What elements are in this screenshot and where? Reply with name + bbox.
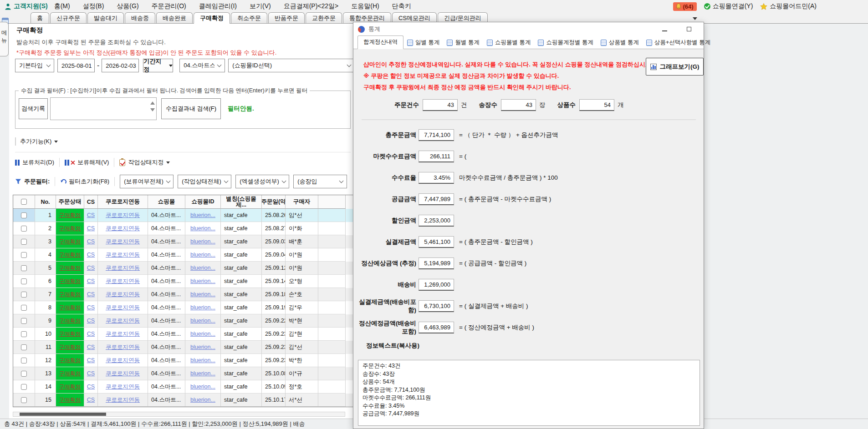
mall-id-link[interactable]: bluerion... — [185, 262, 221, 275]
cs-link[interactable]: CS — [84, 367, 98, 380]
table-header-cell[interactable]: 별칭(쇼핑몰제... — [221, 195, 262, 209]
cs-link[interactable]: CS — [84, 235, 98, 248]
order-filter-select[interactable]: (송장입 — [293, 175, 347, 188]
menu-item[interactable]: 보기(V) — [243, 2, 277, 10]
logistics-sync-link[interactable]: 쿠로로지연동 — [98, 301, 148, 314]
order-status-link[interactable]: 구매확정 — [56, 222, 84, 235]
row-checkbox[interactable] — [21, 252, 27, 258]
order-status-link[interactable]: 구매확정 — [56, 288, 84, 301]
table-row[interactable]: 6구매확정CS쿠로로지연동04.스마트...bluerion...star_ca… — [13, 275, 372, 288]
tab-배송완료[interactable]: 배송완료 — [156, 12, 193, 23]
order-status-link[interactable]: 구매확정 — [56, 275, 84, 288]
header-select-all[interactable] — [13, 195, 35, 209]
mall-account-select[interactable]: (쇼핑몰ID선택) — [228, 59, 355, 72]
logistics-sync-link[interactable]: 쿠로로지연동 — [106, 238, 140, 246]
mall-id-link[interactable]: bluerion... — [190, 397, 215, 403]
spin-down-icon[interactable] — [150, 108, 155, 111]
table-row[interactable]: 13구매확정CS쿠로로지연동04.스마트...bluerion...star_c… — [13, 367, 372, 380]
info-copy-textarea[interactable]: 주문건수: 43건 송장수: 43장 상품수: 54개 총주문금액: 7,714… — [358, 360, 700, 426]
table-row[interactable]: 5구매확정CS쿠로로지연동04.스마트...bluerion...star_ca… — [13, 262, 372, 275]
tab-취소주문[interactable]: 취소주문 — [231, 12, 267, 23]
tab-dropdown-icon[interactable] — [693, 17, 697, 20]
order-status-link[interactable]: 구매확정 — [56, 341, 84, 354]
logistics-sync-link[interactable]: 쿠로로지연동 — [106, 251, 140, 259]
scrollbar-thumb[interactable] — [20, 413, 106, 416]
search-input[interactable] — [51, 99, 148, 119]
maximize-button[interactable] — [682, 25, 696, 33]
tab-신규주문[interactable]: 신규주문 — [50, 12, 87, 23]
row-checkbox[interactable] — [21, 397, 27, 403]
date-from-select[interactable]: 2025-08-01 — [57, 59, 95, 72]
unhold-button[interactable]: 보류해제(V) — [65, 158, 109, 167]
tab-홈[interactable]: 홈 — [31, 12, 49, 23]
cs-link[interactable]: CS — [84, 275, 98, 288]
dialog-titlebar[interactable]: 통계 — [353, 22, 704, 36]
cs-link[interactable]: CS — [87, 291, 95, 298]
order-status-link[interactable]: 구매확정 — [59, 264, 81, 272]
table-header-cell[interactable]: No. — [35, 195, 56, 209]
logistics-sync-link[interactable]: 쿠로로지연동 — [98, 275, 148, 288]
logistics-sync-link[interactable]: 쿠로로지연동 — [106, 370, 140, 378]
menu-item[interactable]: 설정(B) — [77, 2, 111, 10]
logistics-sync-link[interactable]: 쿠로로지연동 — [106, 264, 140, 272]
mall-id-link[interactable]: bluerion... — [190, 212, 215, 218]
mall-id-link[interactable]: bluerion... — [185, 235, 221, 248]
mall-id-link[interactable]: bluerion... — [185, 248, 221, 262]
notification-badge[interactable]: (64) — [673, 2, 697, 11]
mall-id-link[interactable]: bluerion... — [190, 370, 215, 377]
cs-link[interactable]: CS — [84, 341, 98, 354]
menu-item[interactable]: 클레임관리(I) — [193, 2, 243, 10]
logistics-sync-link[interactable]: 쿠로로지연동 — [98, 328, 148, 341]
logistics-sync-link[interactable]: 쿠로로지연동 — [106, 291, 140, 298]
logistics-sync-link[interactable]: 쿠로로지연동 — [106, 304, 140, 312]
order-status-link[interactable]: 구매확정 — [56, 394, 84, 407]
mall-id-link[interactable]: bluerion... — [190, 238, 215, 245]
cs-link[interactable]: CS — [87, 225, 95, 232]
cs-link[interactable]: CS — [87, 212, 95, 218]
more-functions-button[interactable]: 추가기능(K) — [20, 137, 51, 146]
mall-id-link[interactable]: bluerion... — [185, 354, 221, 367]
dialog-tab-7[interactable]: 상품+선택사항별 통계 — [643, 36, 714, 49]
logistics-sync-link[interactable]: 쿠로로지연동 — [98, 354, 148, 367]
row-checkbox[interactable] — [21, 265, 27, 271]
table-row[interactable]: 14구매확정CS쿠로로지연동04.스마트...bluerion...star_c… — [13, 380, 372, 394]
order-status-link[interactable]: 구매확정 — [56, 248, 84, 262]
order-status-link[interactable]: 구매확정 — [59, 278, 81, 285]
order-status-link[interactable]: 구매확정 — [59, 238, 81, 246]
mall-id-link[interactable]: bluerion... — [190, 252, 215, 258]
cs-link[interactable]: CS — [84, 354, 98, 367]
cs-link[interactable]: CS — [87, 304, 95, 311]
table-row[interactable]: 11구매확정CS쿠로로지연동04.스마트...bluerion...star_c… — [13, 341, 372, 354]
table-header-cell[interactable]: 쿠로로지연동 — [98, 195, 148, 209]
order-status-link[interactable]: 구매확정 — [59, 304, 81, 312]
order-status-link[interactable]: 구매확정 — [56, 354, 84, 367]
cs-link[interactable]: CS — [84, 248, 98, 262]
order-filter-select[interactable]: (작업상태전체) — [178, 175, 231, 188]
logistics-sync-link[interactable]: 쿠로로지연동 — [106, 396, 140, 404]
table-header-cell[interactable]: 쇼핑몰 — [148, 195, 185, 209]
table-row[interactable]: 8구매확정CS쿠로로지연동04.스마트...bluerion...star_ca… — [13, 301, 372, 314]
mall-id-link[interactable]: bluerion... — [185, 394, 221, 407]
order-status-link[interactable]: 구매확정 — [59, 343, 81, 351]
order-status-link[interactable]: 구매확정 — [56, 367, 84, 380]
order-status-link[interactable]: 구매확정 — [56, 301, 84, 314]
order-status-link[interactable]: 구매확정 — [56, 235, 84, 248]
cs-link[interactable]: CS — [87, 252, 95, 258]
dialog-tab-3[interactable]: 월별 통계 — [443, 36, 483, 49]
logistics-sync-link[interactable]: 쿠로로지연동 — [98, 367, 148, 380]
table-header-cell[interactable]: 주문상태 — [56, 195, 84, 209]
menu-customer-support[interactable]: 고객지원(S) — [5, 2, 48, 10]
spin-up-icon[interactable] — [150, 101, 155, 105]
order-filter-select[interactable]: (보류여부전체) — [120, 175, 174, 188]
mall-id-link[interactable]: bluerion... — [185, 222, 221, 235]
logistics-sync-link[interactable]: 쿠로로지연동 — [98, 262, 148, 275]
mall-id-link[interactable]: bluerion... — [185, 341, 221, 354]
mall-id-link[interactable]: bluerion... — [185, 314, 221, 328]
table-row[interactable]: 1구매확정CS쿠로로지연동04.스마트...bluerion...star_ca… — [13, 209, 372, 222]
tab-반품주문[interactable]: 반품주문 — [268, 12, 305, 23]
search-in-results-button[interactable]: 수집결과내 검색(F) — [161, 98, 221, 119]
checkbox-icon[interactable] — [21, 199, 27, 205]
order-status-link[interactable]: 구매확정 — [56, 380, 84, 394]
tab-교환주문[interactable]: 교환주문 — [306, 12, 342, 23]
cs-link[interactable]: CS — [87, 384, 95, 390]
